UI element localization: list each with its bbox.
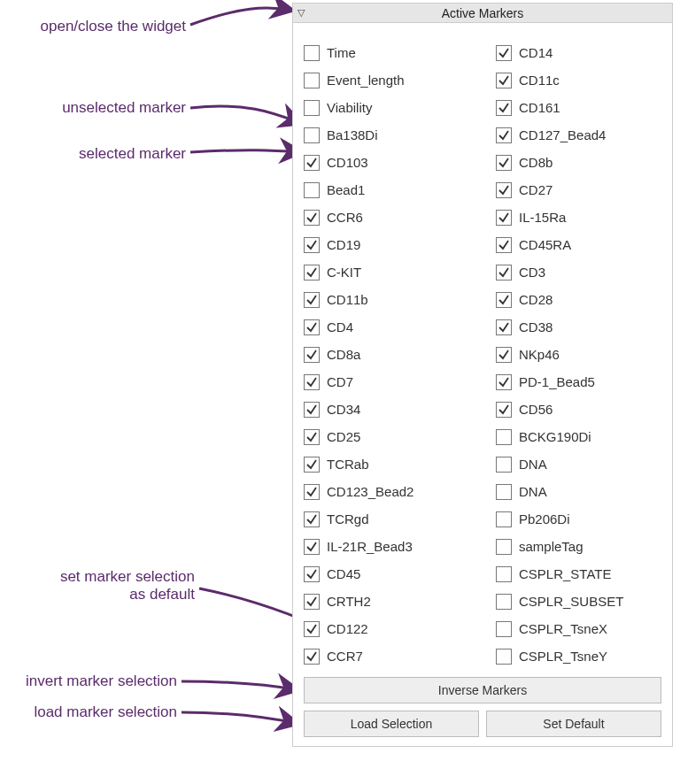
marker-row: PD-1_Bead5 xyxy=(496,368,661,396)
marker-row: NKp46 xyxy=(496,341,661,368)
marker-checkbox[interactable] xyxy=(496,210,512,226)
marker-label: CD14 xyxy=(519,45,552,60)
marker-row: BCKG190Di xyxy=(496,423,661,450)
marker-label: TCRab xyxy=(327,457,369,472)
marker-checkbox[interactable] xyxy=(496,127,512,143)
marker-label: Pb206Di xyxy=(519,511,570,527)
marker-checkbox[interactable] xyxy=(304,539,320,555)
marker-label: Time xyxy=(327,45,356,60)
marker-checkbox[interactable] xyxy=(496,457,512,473)
marker-checkbox[interactable] xyxy=(304,374,320,390)
marker-checkbox[interactable] xyxy=(304,621,320,637)
marker-checkbox[interactable] xyxy=(496,347,512,363)
marker-row: CCR7 xyxy=(304,642,469,670)
marker-checkbox[interactable] xyxy=(304,155,320,171)
marker-checkbox[interactable] xyxy=(304,511,320,527)
marker-checkbox[interactable] xyxy=(304,292,320,308)
marker-row: CSPLR_STATE xyxy=(496,560,661,588)
marker-row: CD122 xyxy=(304,615,469,642)
marker-checkbox[interactable] xyxy=(496,73,512,88)
marker-label: BCKG190Di xyxy=(519,429,591,444)
marker-checkbox[interactable] xyxy=(496,319,512,335)
marker-checkbox[interactable] xyxy=(496,429,512,445)
marker-label: CD34 xyxy=(327,402,360,417)
marker-checkbox[interactable] xyxy=(304,402,320,418)
marker-label: CD11b xyxy=(327,292,368,307)
marker-label: CSPLR_STATE xyxy=(519,566,611,581)
marker-row: CD27 xyxy=(496,176,661,204)
marker-label: CD122 xyxy=(327,621,368,636)
marker-row: CD38 xyxy=(496,313,661,341)
marker-row: CD45 xyxy=(304,560,469,588)
marker-checkbox[interactable] xyxy=(304,484,320,500)
marker-checkbox[interactable] xyxy=(496,402,512,418)
marker-checkbox[interactable] xyxy=(304,319,320,335)
marker-label: Ba138Di xyxy=(327,127,378,142)
marker-row: CD7 xyxy=(304,368,469,396)
marker-checkbox[interactable] xyxy=(304,649,320,665)
marker-checkbox[interactable] xyxy=(496,182,512,198)
marker-row: sampleTag xyxy=(496,533,661,560)
marker-label: Viability xyxy=(327,100,372,115)
marker-label: CD161 xyxy=(519,100,560,115)
marker-checkbox[interactable] xyxy=(304,100,320,116)
widget-titlebar: ▽ Active Markers xyxy=(293,4,672,23)
marker-checkbox[interactable] xyxy=(496,292,512,308)
marker-row: Pb206Di xyxy=(496,505,661,533)
marker-checkbox[interactable] xyxy=(304,237,320,253)
widget-toggle[interactable]: ▽ xyxy=(293,7,309,19)
marker-label: CD38 xyxy=(519,319,552,334)
marker-checkbox[interactable] xyxy=(304,210,320,226)
marker-checkbox[interactable] xyxy=(496,484,512,500)
marker-checkbox[interactable] xyxy=(304,594,320,610)
marker-label: CRTH2 xyxy=(327,594,371,609)
marker-checkbox[interactable] xyxy=(304,347,320,363)
marker-checkbox[interactable] xyxy=(496,621,512,637)
marker-checkbox[interactable] xyxy=(496,265,512,281)
marker-checkbox[interactable] xyxy=(496,374,512,390)
marker-checkbox[interactable] xyxy=(496,155,512,171)
marker-row: CD8b xyxy=(496,149,661,176)
marker-checkbox[interactable] xyxy=(304,265,320,281)
marker-checkbox[interactable] xyxy=(496,45,512,61)
marker-label: CD7 xyxy=(327,374,353,389)
marker-checkbox[interactable] xyxy=(304,457,320,473)
marker-checkbox[interactable] xyxy=(496,539,512,555)
marker-checkbox[interactable] xyxy=(496,237,512,253)
marker-label: CCR7 xyxy=(327,649,363,664)
marker-column-left: TimeEvent_lengthViabilityBa138DiCD103Bea… xyxy=(304,39,469,670)
marker-row: CD3 xyxy=(496,258,661,286)
marker-row: CD45RA xyxy=(496,231,661,258)
marker-row: CD56 xyxy=(496,396,661,423)
marker-row: CD123_Bead2 xyxy=(304,478,469,505)
marker-label: C-KIT xyxy=(327,265,361,280)
marker-row: Bead1 xyxy=(304,176,469,204)
marker-checkbox[interactable] xyxy=(496,100,512,116)
marker-label: IL-21R_Bead3 xyxy=(327,539,413,554)
marker-checkbox[interactable] xyxy=(304,429,320,445)
marker-label: CD56 xyxy=(519,402,552,417)
marker-label: CD103 xyxy=(327,155,368,170)
marker-row: CD25 xyxy=(304,423,469,450)
marker-checkbox[interactable] xyxy=(304,182,320,198)
marker-row: CSPLR_SUBSET xyxy=(496,588,661,615)
marker-checkbox[interactable] xyxy=(304,45,320,61)
marker-checkbox[interactable] xyxy=(496,594,512,610)
marker-checkbox[interactable] xyxy=(304,566,320,582)
set-default-button[interactable]: Set Default xyxy=(486,711,661,737)
marker-row: DNA xyxy=(496,478,661,505)
marker-row: Ba138Di xyxy=(304,121,469,149)
marker-row: Viability xyxy=(304,94,469,121)
marker-checkbox[interactable] xyxy=(496,566,512,582)
marker-label: CD45 xyxy=(327,566,360,581)
marker-checkbox[interactable] xyxy=(304,127,320,143)
marker-row: IL-21R_Bead3 xyxy=(304,533,469,560)
marker-checkbox[interactable] xyxy=(496,511,512,527)
load-selection-button[interactable]: Load Selection xyxy=(304,711,479,737)
marker-row: TCRab xyxy=(304,450,469,478)
marker-checkbox[interactable] xyxy=(496,649,512,665)
marker-checkbox[interactable] xyxy=(304,73,320,88)
inverse-markers-button[interactable]: Inverse Markers xyxy=(304,677,661,703)
marker-row: CCR6 xyxy=(304,204,469,231)
marker-row: CD4 xyxy=(304,313,469,341)
